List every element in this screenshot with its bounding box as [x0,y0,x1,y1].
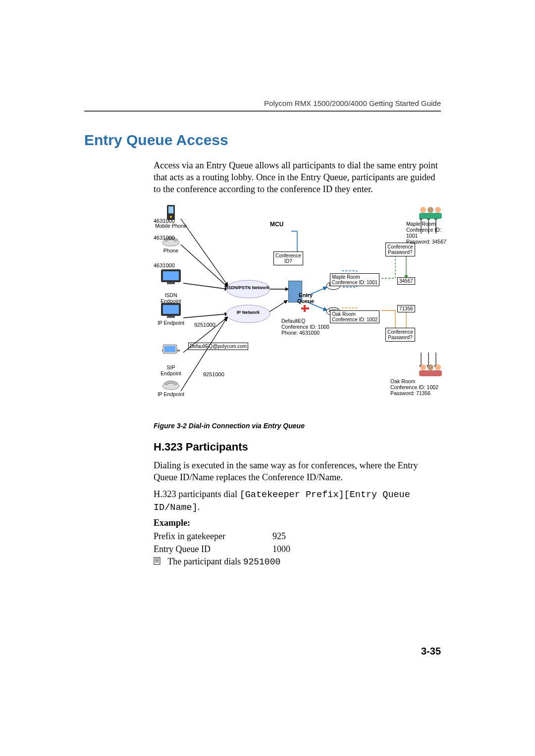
mcu-label: MCU [270,221,283,228]
svg-point-43 [435,207,441,213]
cloud-isdn-pstn: ISDN/PSTN Network [225,278,271,302]
svg-rect-38 [304,305,306,312]
entry-queue-label: Entry Queue [297,292,314,304]
figure-caption: Figure 3-2 Dial-in Connection via Entry … [154,422,441,430]
dial-num-phone: 4631000 [154,235,175,241]
svg-point-46 [428,364,433,370]
prompt-pw-bottom: Conference Password? [385,328,415,342]
dial-num-isdn: 4631000 [154,262,175,268]
svg-rect-48 [419,370,442,376]
people-maple-label: Maple Room Conference ID: 1001 Password:… [406,221,452,245]
people-oak-label: Oak Room Conference ID: 1002 Password: 7… [390,378,438,396]
svg-rect-26 [163,271,179,280]
svg-rect-33 [164,346,175,352]
device-ip-endpoint-top: IP Endpoint [154,302,188,326]
example-bullet: The participant dials 9251000 [84,555,441,568]
ip-phone-icon [161,377,181,390]
isdn-endpoint-icon [160,268,182,285]
svg-rect-22 [168,206,173,213]
entry-queue-diagram: Mobile Phone 4631000 Phone 4631000 ISDN … [154,204,452,417]
svg-rect-27 [167,282,175,284]
people-maple-icon [417,205,444,222]
dial-num-ip-bottom: 9251000 [203,371,224,377]
pw-answer-oak: 71356 [397,305,415,312]
svg-point-42 [428,207,433,213]
svg-rect-44 [419,213,442,219]
device-ip-endpoint-bottom: IP Endpoint [154,377,188,397]
entry-queue-icon [300,305,310,312]
svg-point-47 [435,364,441,370]
svg-line-2 [183,283,228,289]
svg-rect-29 [163,305,179,314]
example-row-prefix: Prefix in gatekeeper925 [84,530,441,543]
page-icon [154,556,160,568]
device-isdn-endpoint: ISDN Endpoint [154,262,188,304]
h323-para-1: Dialing is executed in the same way as f… [84,459,441,483]
room-box-maple: Maple Room Conference ID: 1001 [330,273,379,286]
svg-rect-30 [167,316,175,318]
sip-endpoint-icon [160,343,182,357]
eq-info: DefaultEQ Conference ID: 1000 Phone: 463… [281,318,329,336]
prompt-conf-id: Conference ID? [273,252,303,265]
device-sip-endpoint: SIP Endpoint [154,337,188,376]
people-oak-icon [417,362,444,379]
example-row-eqid: Entry Queue ID1000 [84,543,441,555]
subheading-h323: H.323 Participants [84,441,441,454]
dial-num-mobile: 4631000 [154,218,175,224]
svg-point-41 [420,207,426,213]
running-header: Polycom RMX 1500/2000/4000 Getting Start… [84,99,441,107]
device-mobile-phone: Mobile Phone [154,204,188,229]
ip-endpoint-icon [160,302,182,319]
page-number: 3-35 [421,646,441,657]
h323-para-2: H.323 participants dial [Gatekeeper Pref… [84,488,441,514]
dial-num-sip: DefaultEQ@polycom.com [188,343,248,350]
intro-paragraph: Access via an Entry Queue allows all par… [84,159,441,195]
svg-line-3 [183,314,228,318]
room-box-oak: Oak Room Conference ID: 1002 [330,310,379,323]
page-content: Polycom RMX 1500/2000/4000 Getting Start… [0,0,535,568]
example-label: Example: [84,518,441,528]
svg-rect-49 [154,557,160,564]
dial-num-ip-top: 9251000 [194,322,215,328]
cloud-ip: IP Network [225,303,271,327]
pw-answer-maple: 34567 [397,277,415,285]
section-title: Entry Queue Access [84,132,441,149]
header-rule [84,110,441,112]
svg-point-45 [420,364,426,370]
